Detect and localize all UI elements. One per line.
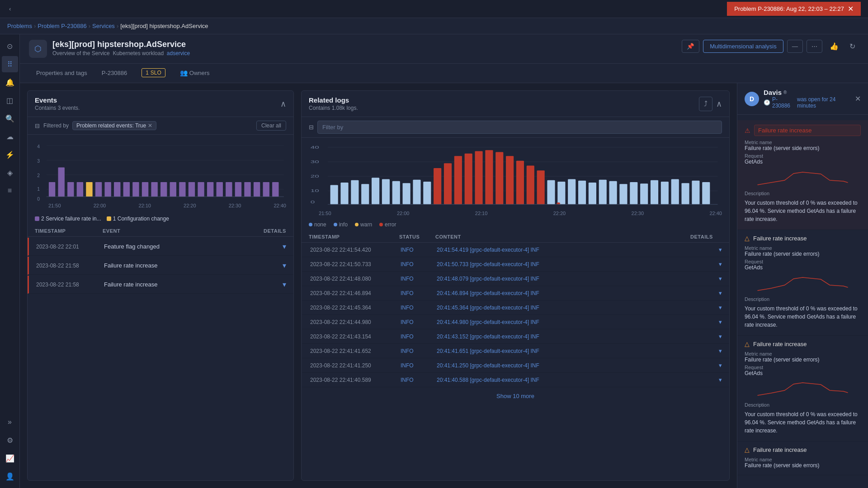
sidebar: ⊙ ⠿ 🔔 ◫ 🔍 ☁ ⚡ ◈ ≡ » ⚙ 📈 👤: [0, 34, 20, 488]
sidebar-icon-expand[interactable]: »: [2, 414, 18, 430]
problem-badge-close[interactable]: ✕: [848, 5, 854, 13]
legend-none[interactable]: none: [309, 221, 326, 228]
sidebar-icon-logs[interactable]: ≡: [2, 183, 18, 199]
sidebar-icon-infra[interactable]: ☁: [2, 128, 18, 145]
log-expand-0[interactable]: ▾: [690, 246, 722, 253]
log-expand-8[interactable]: ▾: [690, 362, 722, 369]
davis-panel-header: D Davis ® 🕐 P-230886 was open for 24 min…: [737, 83, 868, 115]
pin-button[interactable]: 📌: [682, 40, 699, 53]
log-expand-1[interactable]: ▾: [690, 261, 722, 267]
logs-external-link-button[interactable]: ⤴: [699, 97, 712, 111]
event-expand-2[interactable]: ▾: [264, 280, 286, 289]
top-bar: ‹ Problem P-230886: Aug 22, 22:03 – 22:2…: [0, 0, 868, 18]
svg-text:2: 2: [37, 173, 40, 178]
events-subtitle: Contains 3 events.: [35, 105, 80, 111]
events-x-labels: 21:50 22:00 22:10 22:20 22:30 22:40: [35, 203, 286, 208]
events-panel-header: Events Contains 3 events. ∧: [28, 91, 293, 117]
davis-logo: D: [745, 92, 759, 106]
svg-rect-45: [340, 183, 348, 204]
filter-tag-remove[interactable]: ✕: [148, 122, 152, 129]
events-table: Timestamp Event Details 2023-08-22 22:01…: [28, 225, 293, 480]
log-row: 2023-08-22 22:41:48.080 INFO 20:41:48.07…: [302, 272, 729, 286]
event-expand-1[interactable]: ▾: [264, 261, 286, 270]
main-layout: ⊙ ⠿ 🔔 ◫ 🔍 ☁ ⚡ ◈ ≡ » ⚙ 📈 👤 ⬡ [eks][prod] …: [0, 34, 868, 488]
events-title: Events: [35, 96, 80, 104]
svg-rect-16: [114, 182, 120, 197]
filter-tag-text: Problem related events: True: [76, 122, 146, 129]
davis-items: ⚠ Failure rate increase Metric name Fail…: [737, 115, 868, 481]
svg-rect-11: [67, 182, 74, 197]
svg-rect-63: [527, 166, 534, 205]
log-row: 2023-08-22 22:41:50.733 INFO 20:41:50.73…: [302, 257, 729, 272]
svg-rect-29: [235, 182, 241, 197]
svg-rect-10: [58, 168, 64, 197]
svg-rect-53: [423, 182, 431, 204]
log-expand-7[interactable]: ▾: [690, 347, 722, 354]
svg-rect-69: [589, 183, 596, 204]
logs-filter-input[interactable]: [317, 121, 722, 134]
breadcrumb-problems[interactable]: Problems: [7, 23, 32, 29]
svg-rect-76: [661, 182, 669, 204]
tab-properties[interactable]: Properties and tags: [29, 65, 94, 82]
davis-problem-link[interactable]: 🕐 P-230886 was open for 24 minutes: [764, 96, 855, 109]
svg-rect-77: [671, 179, 679, 205]
problem-badge-text: Problem P-230886: Aug 22, 22:03 – 22:27: [734, 5, 844, 12]
davis-close-button[interactable]: ✕: [855, 94, 861, 103]
tab-slo[interactable]: 1 SLO: [134, 64, 173, 83]
svg-rect-80: [702, 182, 710, 204]
legend-config-change[interactable]: 1 Configuration change: [107, 216, 169, 222]
sidebar-icon-user[interactable]: 👤: [2, 468, 18, 484]
sidebar-icon-alerts[interactable]: 🔔: [2, 74, 18, 90]
sidebar-icon-home[interactable]: ⊙: [2, 38, 18, 54]
multidimensional-analysis-button[interactable]: Multidimensional analysis: [703, 40, 783, 53]
legend-service-failure[interactable]: 2 Service failure rate in...: [35, 216, 101, 222]
log-expand-5[interactable]: ▾: [690, 319, 722, 325]
svg-rect-79: [692, 181, 699, 205]
davis-item-title-1: Failure rate increase: [753, 235, 807, 242]
sidebar-icon-explore[interactable]: 🔍: [2, 110, 18, 127]
tab-problem[interactable]: P-230886: [94, 65, 134, 82]
legend-warn[interactable]: warn: [355, 221, 372, 228]
event-expand-0[interactable]: ▾: [264, 242, 286, 251]
legend-info[interactable]: info: [334, 221, 348, 228]
svg-rect-48: [372, 178, 379, 204]
svg-rect-72: [619, 184, 627, 204]
davis-item-title-3: Failure rate increase: [753, 446, 807, 453]
log-expand-2[interactable]: ▾: [690, 275, 722, 282]
refresh-button[interactable]: ↻: [846, 40, 859, 52]
sidebar-icon-dashboard[interactable]: ◫: [2, 92, 18, 108]
sidebar-icon-apps[interactable]: ⠿: [2, 56, 18, 72]
more-options-button-2[interactable]: ⋯: [807, 40, 822, 53]
log-expand-6[interactable]: ▾: [690, 333, 722, 340]
log-expand-3[interactable]: ▾: [690, 290, 722, 296]
page-header-left: ⬡ [eks][prod] hipstershop.AdService Over…: [29, 40, 190, 58]
more-options-button-1[interactable]: —: [787, 40, 803, 53]
show-more-button[interactable]: Show 10 more: [302, 387, 729, 405]
logs-table-header: Timestamp Status Content Details: [302, 231, 729, 243]
sidebar-icon-apm[interactable]: ⚡: [2, 146, 18, 163]
workload-link[interactable]: adservice: [167, 50, 190, 56]
logs-table: Timestamp Status Content Details 2023-08…: [302, 231, 729, 480]
tab-owners[interactable]: 👥Owners: [173, 65, 217, 82]
top-bar-nav: ‹: [7, 4, 13, 14]
log-expand-4[interactable]: ▾: [690, 304, 722, 311]
event-row: 2023-08-22 21:58 Failure rate increase ▾: [28, 276, 293, 294]
davis-title-area: Davis ® 🕐 P-230886 was open for 24 minut…: [764, 89, 855, 109]
svg-text:0: 0: [311, 199, 315, 204]
sidebar-icon-settings[interactable]: ⚙: [2, 432, 18, 448]
legend-error[interactable]: error: [379, 221, 396, 228]
svg-rect-9: [49, 182, 55, 197]
sidebar-icon-dtu[interactable]: ◈: [2, 164, 18, 181]
log-expand-9[interactable]: ▾: [690, 376, 722, 383]
events-collapse-button[interactable]: ∧: [280, 99, 286, 109]
service-title: [eks][prod] hipstershop.AdService Overvi…: [52, 40, 190, 56]
nav-prev-button[interactable]: ‹: [7, 4, 13, 14]
svg-text:4: 4: [37, 143, 40, 149]
logs-collapse-button[interactable]: ∧: [716, 99, 722, 109]
thumbup-button[interactable]: 👍: [826, 40, 842, 52]
breadcrumb-problem[interactable]: Problem P-230886: [38, 23, 86, 29]
logs-subtitle: Contains 1.08k logs.: [309, 105, 358, 111]
sidebar-icon-metrics[interactable]: 📈: [2, 450, 18, 466]
breadcrumb-services[interactable]: Services: [92, 23, 115, 29]
clear-all-button[interactable]: Clear all: [256, 121, 286, 131]
